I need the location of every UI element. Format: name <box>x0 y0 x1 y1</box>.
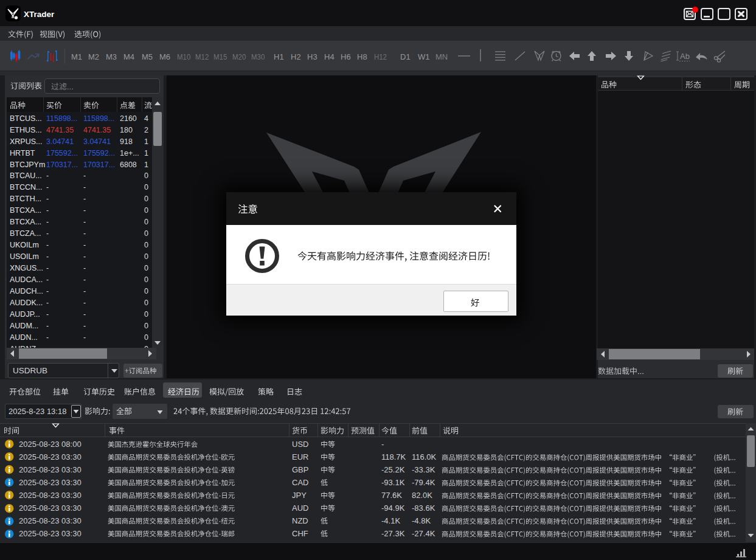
svg-text:Ab: Ab <box>680 52 690 61</box>
